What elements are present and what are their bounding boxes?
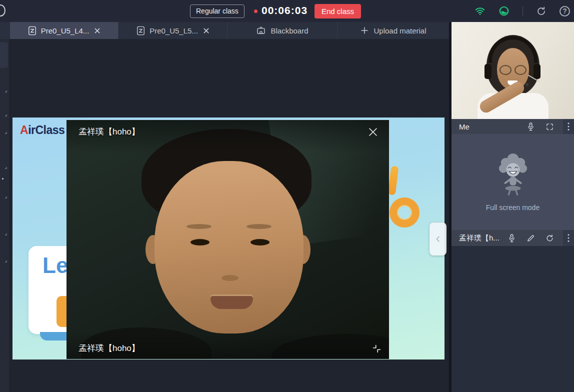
- cropped-icon: [0, 4, 6, 16]
- student-name-label: 孟祥璞【h...: [459, 234, 500, 243]
- fullscreen-mode-text: Full screen mode: [486, 204, 540, 212]
- pencil-icon[interactable]: [526, 234, 535, 242]
- network-quality-icon: [498, 6, 510, 16]
- tab-bar: Pre0_U5_L4... Pre0_U5_L5...: [0, 22, 449, 39]
- tab-label: Blackboard: [270, 26, 308, 35]
- app-window: Regular class 00:06:03 End class: [0, 0, 574, 392]
- tool-expand-marker: [4, 132, 7, 134]
- student-eye: [250, 239, 270, 246]
- blackboard-icon: [256, 26, 266, 36]
- student-name-label-top: 孟祥璞【hoho】: [78, 126, 140, 138]
- refresh-icon[interactable]: [546, 234, 554, 242]
- tab-courseware-1[interactable]: Pre0_U5_L4...: [10, 22, 118, 39]
- wifi-icon: [474, 6, 486, 16]
- student-eyebrow: [186, 224, 212, 229]
- tool-expand-marker: [4, 233, 7, 236]
- close-video-icon[interactable]: [367, 126, 379, 138]
- exit-fullscreen-icon[interactable]: [372, 344, 382, 354]
- tool-color-dot: [2, 178, 4, 180]
- me-row: Me: [452, 119, 574, 134]
- tool-expand-marker: [4, 196, 7, 198]
- student-eye: [190, 239, 210, 246]
- student-video-maximized: 孟祥璞【hoho】 孟祥璞【hoho】: [66, 120, 389, 359]
- kid-avatar-illustration: [495, 152, 531, 198]
- tab-label: Pre0_U5_L4...: [41, 26, 90, 35]
- microphone-icon[interactable]: [526, 122, 535, 132]
- student-more-menu[interactable]: [563, 230, 574, 246]
- tab-courseware-2[interactable]: Pre0_U5_L5...: [118, 22, 228, 39]
- teacher-glasses: [500, 65, 512, 75]
- tool-expand-marker: [4, 114, 7, 116]
- refresh-icon[interactable]: [536, 6, 546, 16]
- headphone-earcup: [484, 64, 492, 79]
- student-row-controls: [508, 234, 558, 243]
- tab-label: Upload material: [374, 26, 426, 35]
- recording-dot-icon: [254, 10, 258, 13]
- collapse-panel-handle[interactable]: [430, 222, 446, 256]
- right-sidebar: Me: [449, 22, 574, 392]
- tab-close-icon[interactable]: [94, 28, 100, 34]
- active-tool-button[interactable]: [0, 42, 8, 68]
- regular-class-button[interactable]: Regular class: [190, 4, 244, 18]
- student-nose: [222, 275, 238, 281]
- tool-expand-marker: [4, 166, 7, 169]
- tabbar-spacer: [0, 22, 10, 39]
- microphone-icon[interactable]: [508, 234, 516, 243]
- student-eyebrow: [246, 224, 272, 229]
- tool-expand-marker: [4, 260, 7, 262]
- courseware-orange-bar: [388, 166, 399, 195]
- fullscreen-icon[interactable]: [546, 122, 554, 131]
- headset-mic-tip: [526, 83, 528, 86]
- top-bar: Regular class 00:06:03 End class: [0, 0, 574, 22]
- tab-label: Pre0_U5_L5...: [150, 26, 198, 35]
- headphone-earcup: [534, 64, 540, 79]
- sidebar-empty-area: [452, 246, 574, 392]
- drawing-toolbar[interactable]: [0, 39, 9, 392]
- help-icon[interactable]: ?: [560, 6, 570, 16]
- student-mouth: [210, 296, 253, 309]
- courseware-card-text: Le: [42, 253, 68, 278]
- airclass-logo-text: AirClass: [20, 124, 64, 137]
- tool-expand-marker: [4, 90, 7, 92]
- kebab-icon: [568, 122, 570, 130]
- me-row-controls: [526, 122, 558, 132]
- me-label: Me: [459, 122, 470, 131]
- topbar-status-icons: ?: [474, 0, 570, 22]
- tab-close-icon[interactable]: [204, 28, 209, 34]
- kebab-icon: [568, 234, 570, 242]
- headphone-band-icon: [488, 36, 538, 63]
- student-video-slot: Full screen mode: [452, 134, 574, 230]
- me-more-menu[interactable]: [563, 119, 574, 134]
- chevron-left-icon: [434, 235, 442, 243]
- topbar-divider: [522, 6, 523, 16]
- plus-icon: [360, 26, 369, 35]
- class-timer: 00:06:03: [262, 4, 308, 16]
- end-class-button[interactable]: End class: [314, 4, 361, 18]
- upload-material-button[interactable]: Upload material: [338, 22, 449, 39]
- teacher-glasses: [514, 65, 526, 75]
- document-icon: [28, 26, 36, 36]
- tab-blackboard[interactable]: Blackboard: [228, 22, 338, 39]
- courseware-orange-zero: [390, 198, 420, 228]
- document-icon: [136, 26, 145, 36]
- student-row: 孟祥璞【h...: [452, 230, 574, 246]
- student-name-label-bottom: 孟祥璞【hoho】: [78, 342, 140, 354]
- teacher-video: [452, 22, 574, 119]
